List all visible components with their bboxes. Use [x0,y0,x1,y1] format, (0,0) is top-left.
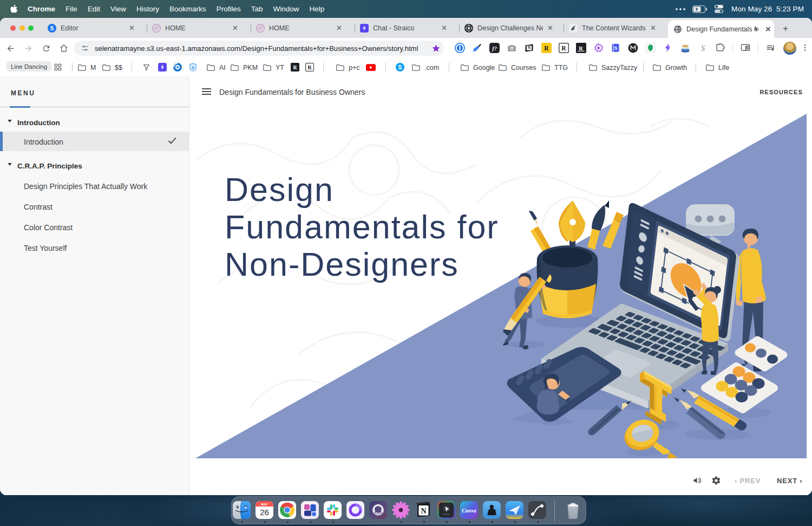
svg-text:Design: Design [225,171,334,208]
svg-text:S: S [701,44,705,53]
svg-text:N: N [528,46,531,50]
svg-text:26: 26 [260,508,269,517]
svg-text:Canva: Canva [462,508,476,514]
svg-text:R: R [308,64,312,70]
svg-text:ST: ST [258,25,264,31]
svg-text:e: e [192,65,194,70]
svg-text:Non-Designers: Non-Designers [225,246,459,283]
svg-text:S: S [398,64,402,70]
svg-text:N: N [421,507,426,515]
svg-text:ST: ST [154,25,160,31]
svg-text:MAY: MAY [261,503,268,506]
svg-text:R: R [579,46,583,51]
svg-text:R: R [561,45,566,51]
svg-text:Fundamentals for: Fundamentals for [225,209,499,245]
svg-text:R: R [293,64,298,70]
svg-text:S: S [50,24,54,31]
svg-text:f?: f? [492,46,496,51]
svg-text:S: S [614,45,617,51]
svg-text:R: R [544,45,549,51]
